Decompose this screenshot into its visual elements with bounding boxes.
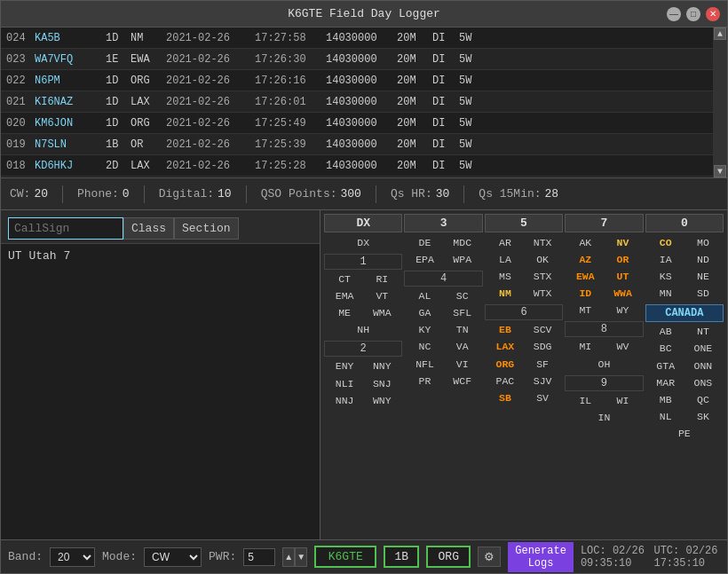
section-code[interactable]: WI: [611, 394, 636, 408]
section-code[interactable]: MS: [493, 270, 518, 284]
pwr-input[interactable]: [243, 548, 275, 566]
section-code[interactable]: NTX: [530, 236, 555, 250]
pwr-down-button[interactable]: ▼: [295, 547, 307, 567]
section-code[interactable]: ONN: [691, 359, 716, 373]
section-code[interactable]: KS: [653, 270, 678, 284]
section-code[interactable]: DX: [351, 236, 376, 250]
section-code[interactable]: MN: [653, 287, 678, 301]
section-code[interactable]: WNY: [369, 394, 394, 408]
section-code[interactable]: OH: [591, 358, 616, 372]
section-code[interactable]: WWA: [611, 287, 636, 301]
section-code[interactable]: NL: [653, 410, 678, 424]
section-code[interactable]: PAC: [493, 374, 518, 389]
section-code[interactable]: MAR: [653, 376, 678, 390]
section-code[interactable]: OK: [530, 253, 555, 267]
section-code[interactable]: NE: [691, 270, 716, 284]
section-code[interactable]: WCF: [450, 374, 475, 389]
section-code[interactable]: MB: [653, 393, 678, 407]
table-row[interactable]: 019 N7SLN 1B OR 2021-02-26 17:25:39 1403…: [1, 134, 727, 155]
section-code[interactable]: NNJ: [332, 394, 357, 408]
section-code[interactable]: AZ: [573, 253, 597, 267]
section-code[interactable]: STX: [530, 270, 555, 284]
section-code[interactable]: WMA: [369, 306, 394, 320]
section-code[interactable]: ONS: [691, 376, 716, 390]
table-row[interactable]: 024 KA5B 1D NM 2021-02-26 17:27:58 14030…: [1, 28, 727, 49]
section-code[interactable]: WPA: [450, 253, 475, 267]
section-code[interactable]: NT: [691, 325, 716, 339]
callsign-button[interactable]: K6GTE: [314, 546, 376, 568]
table-row[interactable]: 023 WA7VFQ 1E EWA 2021-02-26 17:26:30 14…: [1, 49, 727, 70]
section-code[interactable]: SB: [493, 391, 518, 405]
scroll-up-button[interactable]: ▲: [714, 28, 726, 40]
section-code[interactable]: NH: [351, 323, 376, 337]
scroll-down-button[interactable]: ▼: [714, 165, 726, 177]
band-select[interactable]: 204080160151062: [50, 547, 95, 567]
maximize-button[interactable]: □: [686, 7, 700, 21]
section-code[interactable]: ME: [332, 306, 357, 320]
section-code[interactable]: IN: [591, 411, 616, 425]
pwr-up-button[interactable]: ▲: [282, 547, 295, 567]
class-label[interactable]: Class: [123, 217, 174, 240]
section-code[interactable]: NNY: [369, 359, 394, 373]
section-code[interactable]: SNJ: [369, 377, 394, 391]
section-code[interactable]: GTA: [653, 359, 678, 373]
section-code[interactable]: PE: [672, 427, 697, 441]
section-code[interactable]: TN: [450, 323, 475, 337]
section-label[interactable]: Section: [174, 217, 239, 240]
section-code[interactable]: NFL: [413, 358, 438, 372]
section-code[interactable]: BC: [653, 342, 678, 356]
section-code[interactable]: LA: [493, 253, 518, 267]
section-code[interactable]: PR: [413, 374, 438, 389]
section-code[interactable]: EB: [493, 323, 518, 337]
section-code[interactable]: KY: [413, 323, 438, 337]
section-code[interactable]: SC: [450, 289, 475, 303]
section-code[interactable]: SFL: [450, 306, 475, 320]
org-button[interactable]: ORG: [426, 546, 471, 568]
section-code[interactable]: AK: [573, 236, 597, 250]
section-code[interactable]: MI: [573, 340, 597, 354]
table-row[interactable]: 020 KM6JON 1D ORG 2021-02-26 17:25:49 14…: [1, 113, 727, 134]
section-code[interactable]: MT: [573, 303, 597, 318]
section-code[interactable]: SK: [691, 410, 716, 424]
section-code[interactable]: NLI: [332, 377, 357, 391]
table-row[interactable]: 022 N6PM 1D ORG 2021-02-26 17:26:16 1403…: [1, 70, 727, 91]
section-code[interactable]: VT: [369, 289, 394, 303]
section-code[interactable]: ND: [691, 253, 716, 267]
settings-button[interactable]: ⚙: [478, 546, 501, 567]
section-code[interactable]: EWA: [573, 270, 597, 284]
section-code[interactable]: AL: [413, 289, 438, 303]
section-code[interactable]: RI: [369, 272, 394, 287]
section-code[interactable]: ID: [573, 287, 597, 301]
minimize-button[interactable]: —: [667, 7, 681, 21]
section-code[interactable]: IA: [653, 253, 678, 267]
section-code[interactable]: WY: [611, 303, 636, 318]
close-button[interactable]: ✕: [706, 7, 720, 21]
section-code[interactable]: AB: [653, 325, 678, 339]
section-code[interactable]: SJV: [530, 374, 555, 389]
section-code[interactable]: ENY: [332, 359, 357, 373]
section-code[interactable]: MO: [691, 236, 716, 250]
section-code[interactable]: ONE: [691, 342, 716, 356]
section-code[interactable]: SV: [530, 391, 555, 405]
section-code[interactable]: LAX: [493, 340, 518, 354]
section-code[interactable]: GA: [413, 306, 438, 320]
section-code[interactable]: SF: [530, 358, 555, 372]
section-code[interactable]: OR: [611, 253, 636, 267]
section-code[interactable]: WTX: [530, 287, 555, 301]
section-code[interactable]: EPA: [413, 253, 438, 267]
section-code[interactable]: CO: [653, 236, 678, 250]
section-code[interactable]: IL: [573, 394, 597, 408]
section-code[interactable]: SCV: [530, 323, 555, 337]
section-code[interactable]: VA: [450, 340, 475, 354]
generate-logs-button[interactable]: Generate Logs: [508, 542, 574, 572]
table-row[interactable]: 018 KD6HKJ 2D LAX 2021-02-26 17:25:28 14…: [1, 155, 727, 177]
section-code[interactable]: ORG: [493, 358, 518, 372]
table-row[interactable]: 021 KI6NAZ 1D LAX 2021-02-26 17:26:01 14…: [1, 91, 727, 113]
mode-select[interactable]: CWPhoneDigital: [144, 547, 202, 567]
section-code[interactable]: MDC: [450, 236, 475, 250]
section-code[interactable]: QC: [691, 393, 716, 407]
section-code[interactable]: UT: [611, 270, 636, 284]
section-code[interactable]: NC: [413, 340, 438, 354]
section-code[interactable]: WV: [611, 340, 636, 354]
class-button[interactable]: 1B: [384, 546, 419, 568]
